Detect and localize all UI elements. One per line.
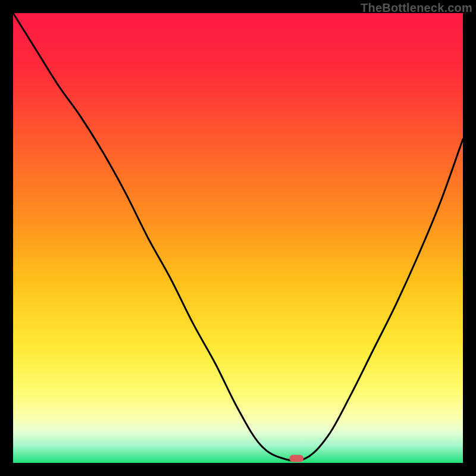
gradient-background xyxy=(13,13,463,463)
watermark-text: TheBottleneck.com xyxy=(361,1,472,15)
bottleneck-curve-chart xyxy=(13,13,463,463)
plot-area xyxy=(13,13,463,463)
minimum-marker xyxy=(289,455,303,462)
chart-frame: TheBottleneck.com xyxy=(0,0,476,476)
